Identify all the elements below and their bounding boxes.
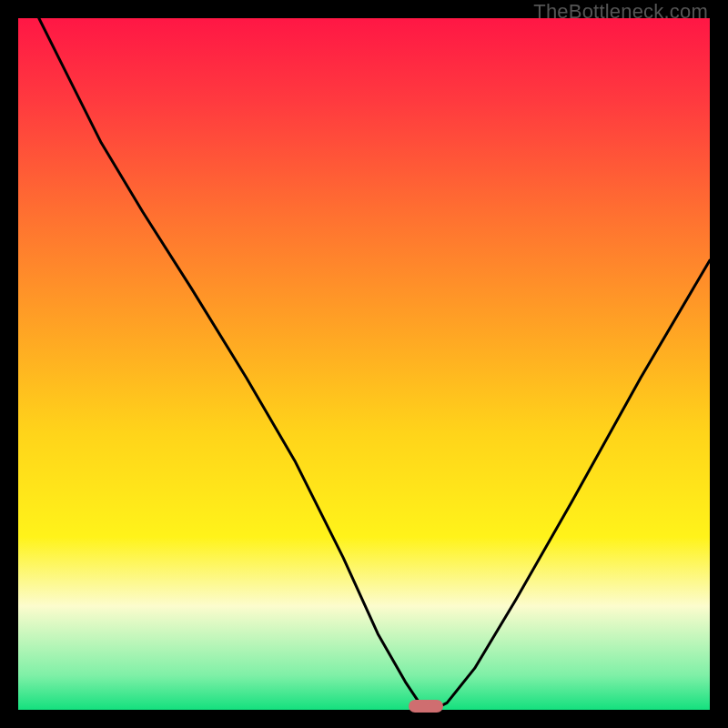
watermark-text: TheBottleneck.com: [533, 0, 708, 24]
chart-frame: TheBottleneck.com: [0, 0, 728, 728]
optimal-marker: [409, 700, 443, 713]
plot-area: [18, 18, 710, 710]
